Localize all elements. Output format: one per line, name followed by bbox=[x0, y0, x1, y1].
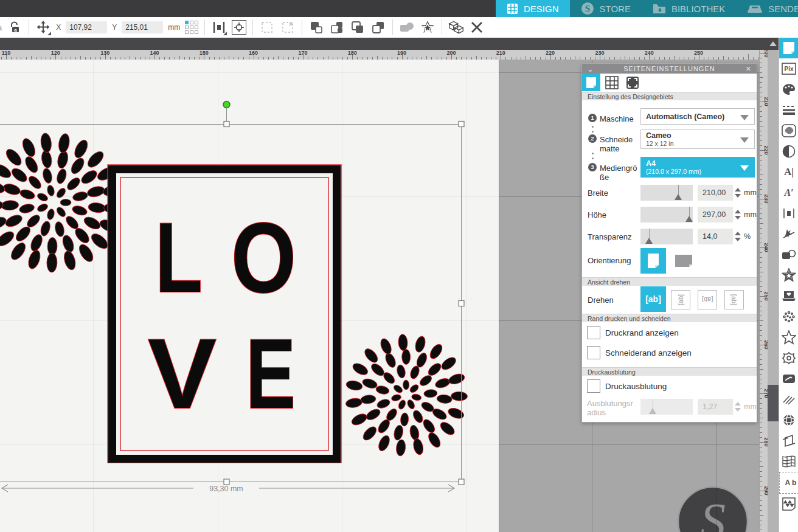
tab-page-setup[interactable] bbox=[582, 74, 600, 91]
love-frame[interactable] bbox=[108, 165, 341, 463]
lock-icon[interactable]: a bbox=[7, 19, 23, 35]
page-setup-icon[interactable] bbox=[779, 38, 798, 58]
y-input[interactable]: 215,01 bbox=[122, 21, 163, 33]
tab-design[interactable]: DESIGN bbox=[496, 0, 570, 17]
text-box-icon[interactable]: A b bbox=[779, 472, 798, 494]
scale-proportional-icon bbox=[280, 19, 296, 35]
spacing-icon[interactable] bbox=[211, 19, 227, 35]
handle-bottom-right[interactable] bbox=[459, 479, 464, 485]
tab-senden[interactable]: SENDEN bbox=[736, 0, 798, 17]
rotate-180-button[interactable]: [ab] bbox=[698, 290, 717, 309]
style-star-icon[interactable] bbox=[420, 19, 435, 35]
eraser-icon[interactable] bbox=[779, 224, 798, 244]
hoehe-slider[interactable] bbox=[640, 207, 693, 223]
hoehe-stepper[interactable] bbox=[735, 207, 741, 223]
transparenz-stepper[interactable] bbox=[735, 229, 741, 244]
star-icon[interactable] bbox=[779, 327, 798, 348]
line-style-icon[interactable] bbox=[779, 100, 798, 120]
hoehe-unit: mm bbox=[744, 210, 757, 219]
group-3d-icon[interactable] bbox=[448, 19, 464, 35]
maschine-dropdown[interactable]: Automatisch (Cameo) bbox=[640, 108, 755, 125]
breite-label: Breite bbox=[588, 188, 608, 198]
flourish-icon[interactable] bbox=[779, 348, 798, 368]
vertical-scrollbar[interactable] bbox=[768, 38, 779, 532]
store-icon: S bbox=[581, 2, 594, 15]
schneidematte-dropdown[interactable]: Cameo 12 x 12 in bbox=[640, 130, 755, 149]
rhinestones-icon[interactable] bbox=[779, 306, 798, 327]
handle-bottom-middle[interactable] bbox=[224, 479, 229, 485]
arrange-send-to-back-icon[interactable] bbox=[370, 19, 386, 35]
handle-top-right[interactable] bbox=[459, 122, 464, 127]
tab-bibliothek[interactable]: BIBLIOTHEK bbox=[642, 0, 736, 17]
measurement-label: 93,30 mm bbox=[209, 485, 243, 493]
letter-V[interactable]: V bbox=[148, 318, 217, 429]
collapse-chevron-icon[interactable]: ⌄ bbox=[587, 64, 594, 74]
x-input[interactable]: 107,92 bbox=[66, 21, 107, 33]
x-label: X bbox=[56, 23, 61, 32]
shading-icon[interactable] bbox=[779, 141, 798, 162]
center-on-page-icon[interactable] bbox=[232, 20, 246, 35]
hoehe-input[interactable]: 297,00 bbox=[698, 207, 733, 223]
tab-store[interactable]: S STORE bbox=[570, 0, 642, 17]
send-to-device-icon[interactable] bbox=[779, 286, 798, 306]
flower-motif-bottom-right[interactable] bbox=[345, 334, 467, 456]
transform-spacing-icon[interactable] bbox=[779, 203, 798, 224]
delete-icon[interactable] bbox=[469, 19, 485, 35]
arrange-bring-to-front-icon[interactable] bbox=[350, 19, 366, 35]
ausblutungsradius-stepper bbox=[735, 399, 741, 415]
flip-icon[interactable] bbox=[779, 430, 798, 451]
panel-header[interactable]: ⌄ SEITENEINSTELLUNGEN ✕ bbox=[582, 64, 757, 74]
druckrand-checkbox[interactable] bbox=[587, 326, 600, 339]
rotate-90-button[interactable]: [ab] bbox=[671, 290, 690, 309]
offset-icon[interactable] bbox=[779, 265, 798, 286]
pixscan-icon[interactable]: Pix bbox=[779, 58, 798, 79]
color-palette-icon[interactable] bbox=[779, 79, 798, 100]
section-print-bleed: Druckausblutung bbox=[582, 367, 757, 376]
breite-slider[interactable] bbox=[640, 185, 693, 201]
move-icon[interactable] bbox=[35, 19, 51, 35]
nesting-icon[interactable] bbox=[779, 494, 798, 514]
tab-grid-settings[interactable] bbox=[603, 74, 621, 91]
letter-O[interactable]: O bbox=[231, 202, 296, 313]
letter-L[interactable]: L bbox=[155, 202, 203, 313]
ruler-margin-strip bbox=[0, 38, 779, 50]
breite-input[interactable]: 210,00 bbox=[698, 185, 733, 201]
trace-icon[interactable] bbox=[779, 120, 798, 141]
orientation-landscape-button[interactable] bbox=[672, 252, 695, 269]
weld-icon[interactable] bbox=[779, 368, 798, 389]
rotate-0-button[interactable]: [ab] bbox=[640, 286, 666, 312]
step-2-badge: 2 bbox=[588, 134, 597, 143]
step-1-badge: 1 bbox=[588, 114, 597, 122]
handle-top-middle[interactable] bbox=[224, 122, 229, 127]
breite-stepper[interactable] bbox=[735, 185, 741, 201]
sphere-icon[interactable] bbox=[779, 410, 798, 430]
warp-icon[interactable] bbox=[779, 451, 798, 472]
handle-middle-right[interactable] bbox=[459, 301, 464, 306]
tab-registration-marks[interactable] bbox=[623, 74, 642, 91]
maschine-label: Maschine bbox=[600, 114, 634, 123]
mediengroesse-dropdown[interactable]: A4 (210.0 x 297.0 mm) bbox=[640, 157, 755, 178]
glyphs-icon[interactable]: A′ bbox=[779, 182, 798, 203]
weld-icon bbox=[399, 19, 415, 35]
orientation-portrait-button[interactable] bbox=[640, 248, 666, 274]
druckausblutung-checkbox[interactable] bbox=[587, 379, 600, 393]
scroll-up-arrow-icon[interactable] bbox=[768, 38, 779, 50]
draw-shapes-icon[interactable] bbox=[779, 244, 798, 265]
anchor-point-grid[interactable] bbox=[185, 21, 198, 34]
rotate-270-button[interactable]: [ab] bbox=[724, 290, 744, 309]
design-grid-icon bbox=[507, 3, 518, 15]
tool-panel-sidebar: Pix A| A′ A b bbox=[779, 38, 798, 532]
letter-E[interactable]: E bbox=[246, 318, 296, 429]
text-tool-icon[interactable]: A| bbox=[779, 162, 798, 182]
schneiderand-checkbox[interactable] bbox=[587, 346, 600, 359]
flower-motif-top-left[interactable] bbox=[0, 133, 123, 272]
schneidematte-label: Schneidematte bbox=[600, 135, 639, 153]
scrollbar-thumb[interactable] bbox=[768, 385, 779, 421]
arrange-bring-forward-icon[interactable] bbox=[308, 19, 324, 35]
sketch-icon[interactable] bbox=[779, 389, 798, 410]
close-icon[interactable]: ✕ bbox=[746, 64, 752, 74]
transparenz-input[interactable]: 14,0 bbox=[698, 229, 733, 244]
rotation-handle[interactable] bbox=[223, 102, 230, 108]
arrange-send-backward-icon[interactable] bbox=[329, 19, 345, 35]
transparenz-slider[interactable] bbox=[640, 229, 693, 244]
